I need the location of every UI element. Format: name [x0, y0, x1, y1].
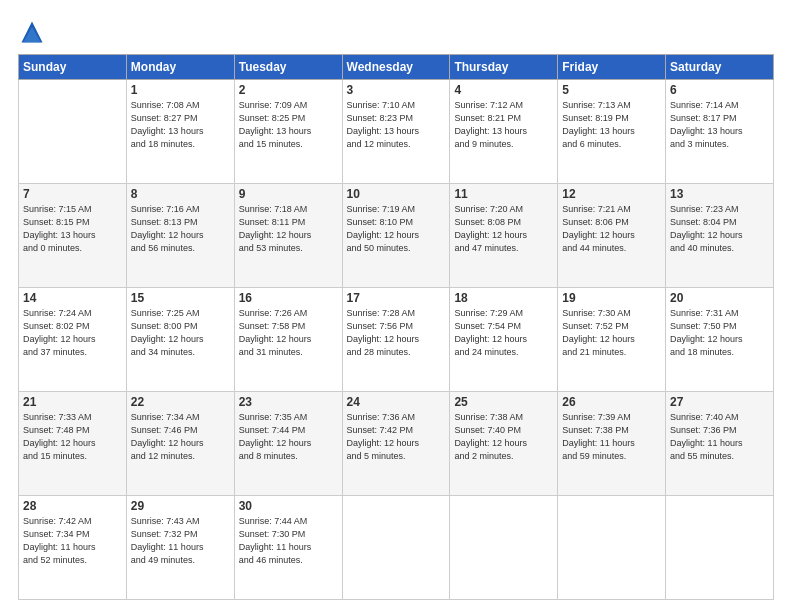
calendar-cell: 4Sunrise: 7:12 AM Sunset: 8:21 PM Daylig…	[450, 80, 558, 184]
calendar-cell: 26Sunrise: 7:39 AM Sunset: 7:38 PM Dayli…	[558, 392, 666, 496]
day-number: 7	[23, 187, 122, 201]
calendar-cell: 20Sunrise: 7:31 AM Sunset: 7:50 PM Dayli…	[666, 288, 774, 392]
day-number: 29	[131, 499, 230, 513]
day-info: Sunrise: 7:21 AM Sunset: 8:06 PM Dayligh…	[562, 203, 661, 255]
calendar-cell: 6Sunrise: 7:14 AM Sunset: 8:17 PM Daylig…	[666, 80, 774, 184]
day-info: Sunrise: 7:23 AM Sunset: 8:04 PM Dayligh…	[670, 203, 769, 255]
calendar-cell: 8Sunrise: 7:16 AM Sunset: 8:13 PM Daylig…	[126, 184, 234, 288]
logo-icon	[18, 18, 46, 46]
calendar-cell: 19Sunrise: 7:30 AM Sunset: 7:52 PM Dayli…	[558, 288, 666, 392]
calendar-cell: 14Sunrise: 7:24 AM Sunset: 8:02 PM Dayli…	[19, 288, 127, 392]
day-info: Sunrise: 7:08 AM Sunset: 8:27 PM Dayligh…	[131, 99, 230, 151]
calendar-cell: 11Sunrise: 7:20 AM Sunset: 8:08 PM Dayli…	[450, 184, 558, 288]
week-row-2: 7Sunrise: 7:15 AM Sunset: 8:15 PM Daylig…	[19, 184, 774, 288]
calendar-cell: 25Sunrise: 7:38 AM Sunset: 7:40 PM Dayli…	[450, 392, 558, 496]
day-info: Sunrise: 7:24 AM Sunset: 8:02 PM Dayligh…	[23, 307, 122, 359]
day-info: Sunrise: 7:29 AM Sunset: 7:54 PM Dayligh…	[454, 307, 553, 359]
day-number: 16	[239, 291, 338, 305]
day-number: 11	[454, 187, 553, 201]
day-number: 22	[131, 395, 230, 409]
day-info: Sunrise: 7:33 AM Sunset: 7:48 PM Dayligh…	[23, 411, 122, 463]
day-number: 21	[23, 395, 122, 409]
day-info: Sunrise: 7:30 AM Sunset: 7:52 PM Dayligh…	[562, 307, 661, 359]
calendar-cell: 17Sunrise: 7:28 AM Sunset: 7:56 PM Dayli…	[342, 288, 450, 392]
day-info: Sunrise: 7:40 AM Sunset: 7:36 PM Dayligh…	[670, 411, 769, 463]
day-number: 28	[23, 499, 122, 513]
day-number: 15	[131, 291, 230, 305]
day-info: Sunrise: 7:39 AM Sunset: 7:38 PM Dayligh…	[562, 411, 661, 463]
day-number: 24	[347, 395, 446, 409]
day-info: Sunrise: 7:34 AM Sunset: 7:46 PM Dayligh…	[131, 411, 230, 463]
weekday-header-tuesday: Tuesday	[234, 55, 342, 80]
day-number: 4	[454, 83, 553, 97]
calendar-cell	[666, 496, 774, 600]
day-number: 26	[562, 395, 661, 409]
calendar-cell: 9Sunrise: 7:18 AM Sunset: 8:11 PM Daylig…	[234, 184, 342, 288]
day-number: 5	[562, 83, 661, 97]
day-info: Sunrise: 7:35 AM Sunset: 7:44 PM Dayligh…	[239, 411, 338, 463]
day-number: 10	[347, 187, 446, 201]
calendar-cell: 7Sunrise: 7:15 AM Sunset: 8:15 PM Daylig…	[19, 184, 127, 288]
day-number: 9	[239, 187, 338, 201]
calendar-cell: 23Sunrise: 7:35 AM Sunset: 7:44 PM Dayli…	[234, 392, 342, 496]
calendar-cell: 2Sunrise: 7:09 AM Sunset: 8:25 PM Daylig…	[234, 80, 342, 184]
calendar-cell: 13Sunrise: 7:23 AM Sunset: 8:04 PM Dayli…	[666, 184, 774, 288]
day-number: 14	[23, 291, 122, 305]
day-number: 27	[670, 395, 769, 409]
calendar-cell: 10Sunrise: 7:19 AM Sunset: 8:10 PM Dayli…	[342, 184, 450, 288]
day-info: Sunrise: 7:42 AM Sunset: 7:34 PM Dayligh…	[23, 515, 122, 567]
day-info: Sunrise: 7:15 AM Sunset: 8:15 PM Dayligh…	[23, 203, 122, 255]
day-info: Sunrise: 7:19 AM Sunset: 8:10 PM Dayligh…	[347, 203, 446, 255]
day-number: 18	[454, 291, 553, 305]
day-info: Sunrise: 7:36 AM Sunset: 7:42 PM Dayligh…	[347, 411, 446, 463]
weekday-header-row: SundayMondayTuesdayWednesdayThursdayFrid…	[19, 55, 774, 80]
day-info: Sunrise: 7:20 AM Sunset: 8:08 PM Dayligh…	[454, 203, 553, 255]
day-number: 3	[347, 83, 446, 97]
day-info: Sunrise: 7:12 AM Sunset: 8:21 PM Dayligh…	[454, 99, 553, 151]
calendar-table: SundayMondayTuesdayWednesdayThursdayFrid…	[18, 54, 774, 600]
day-info: Sunrise: 7:18 AM Sunset: 8:11 PM Dayligh…	[239, 203, 338, 255]
calendar-cell: 12Sunrise: 7:21 AM Sunset: 8:06 PM Dayli…	[558, 184, 666, 288]
calendar-cell	[19, 80, 127, 184]
day-info: Sunrise: 7:25 AM Sunset: 8:00 PM Dayligh…	[131, 307, 230, 359]
day-info: Sunrise: 7:16 AM Sunset: 8:13 PM Dayligh…	[131, 203, 230, 255]
header	[18, 18, 774, 46]
day-number: 13	[670, 187, 769, 201]
day-number: 2	[239, 83, 338, 97]
day-info: Sunrise: 7:26 AM Sunset: 7:58 PM Dayligh…	[239, 307, 338, 359]
day-info: Sunrise: 7:09 AM Sunset: 8:25 PM Dayligh…	[239, 99, 338, 151]
calendar-cell	[450, 496, 558, 600]
day-info: Sunrise: 7:31 AM Sunset: 7:50 PM Dayligh…	[670, 307, 769, 359]
weekday-header-thursday: Thursday	[450, 55, 558, 80]
day-info: Sunrise: 7:14 AM Sunset: 8:17 PM Dayligh…	[670, 99, 769, 151]
weekday-header-wednesday: Wednesday	[342, 55, 450, 80]
calendar-cell: 21Sunrise: 7:33 AM Sunset: 7:48 PM Dayli…	[19, 392, 127, 496]
week-row-5: 28Sunrise: 7:42 AM Sunset: 7:34 PM Dayli…	[19, 496, 774, 600]
calendar-cell: 24Sunrise: 7:36 AM Sunset: 7:42 PM Dayli…	[342, 392, 450, 496]
week-row-3: 14Sunrise: 7:24 AM Sunset: 8:02 PM Dayli…	[19, 288, 774, 392]
day-number: 6	[670, 83, 769, 97]
day-number: 23	[239, 395, 338, 409]
calendar-cell: 28Sunrise: 7:42 AM Sunset: 7:34 PM Dayli…	[19, 496, 127, 600]
calendar-cell: 27Sunrise: 7:40 AM Sunset: 7:36 PM Dayli…	[666, 392, 774, 496]
day-number: 8	[131, 187, 230, 201]
day-number: 30	[239, 499, 338, 513]
calendar-cell: 5Sunrise: 7:13 AM Sunset: 8:19 PM Daylig…	[558, 80, 666, 184]
logo	[18, 18, 50, 46]
calendar-cell: 1Sunrise: 7:08 AM Sunset: 8:27 PM Daylig…	[126, 80, 234, 184]
calendar-cell: 22Sunrise: 7:34 AM Sunset: 7:46 PM Dayli…	[126, 392, 234, 496]
day-info: Sunrise: 7:44 AM Sunset: 7:30 PM Dayligh…	[239, 515, 338, 567]
day-number: 1	[131, 83, 230, 97]
page: SundayMondayTuesdayWednesdayThursdayFrid…	[0, 0, 792, 612]
weekday-header-sunday: Sunday	[19, 55, 127, 80]
calendar-cell	[342, 496, 450, 600]
calendar-cell: 3Sunrise: 7:10 AM Sunset: 8:23 PM Daylig…	[342, 80, 450, 184]
day-info: Sunrise: 7:43 AM Sunset: 7:32 PM Dayligh…	[131, 515, 230, 567]
calendar-cell: 29Sunrise: 7:43 AM Sunset: 7:32 PM Dayli…	[126, 496, 234, 600]
week-row-4: 21Sunrise: 7:33 AM Sunset: 7:48 PM Dayli…	[19, 392, 774, 496]
calendar-cell: 16Sunrise: 7:26 AM Sunset: 7:58 PM Dayli…	[234, 288, 342, 392]
calendar-cell: 30Sunrise: 7:44 AM Sunset: 7:30 PM Dayli…	[234, 496, 342, 600]
day-info: Sunrise: 7:28 AM Sunset: 7:56 PM Dayligh…	[347, 307, 446, 359]
calendar-cell: 15Sunrise: 7:25 AM Sunset: 8:00 PM Dayli…	[126, 288, 234, 392]
day-info: Sunrise: 7:38 AM Sunset: 7:40 PM Dayligh…	[454, 411, 553, 463]
